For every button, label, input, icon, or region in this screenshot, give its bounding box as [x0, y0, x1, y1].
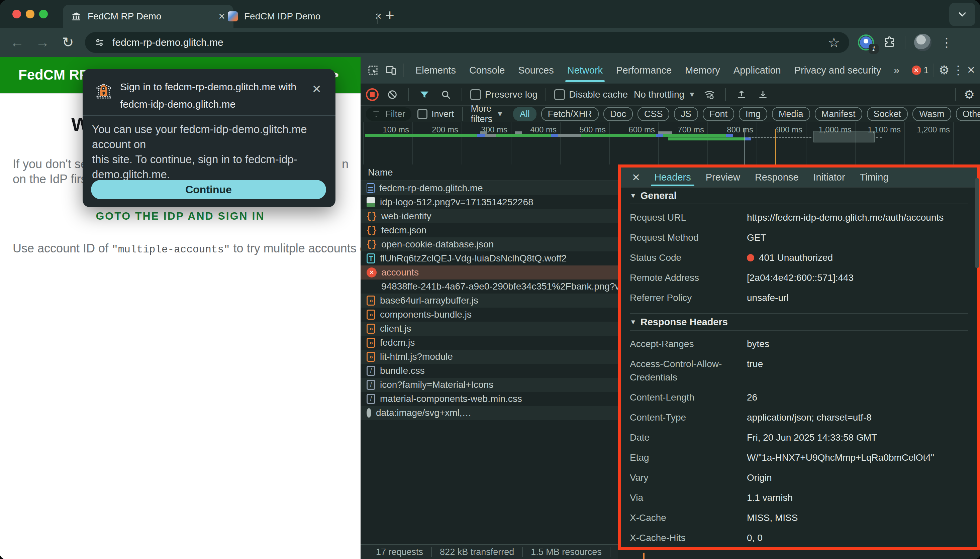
devtools-tab-privacy-and-security[interactable]: Privacy and security	[788, 57, 888, 83]
section-header-general[interactable]: ▼General	[630, 188, 968, 204]
reload-button[interactable]: ↻	[60, 35, 76, 50]
table-row-request[interactable]: fedcm-rp-demo.glitch.me	[361, 181, 618, 195]
header-value[interactable]: MISS, MISS	[747, 511, 968, 524]
profile-avatar[interactable]	[914, 34, 932, 51]
filter-chip-socket[interactable]: Socket	[867, 107, 908, 121]
devtools-tab-performance[interactable]: Performance	[609, 57, 678, 83]
name-column-header[interactable]: Name	[361, 164, 618, 181]
import-har-icon[interactable]	[734, 87, 749, 102]
new-tab-button[interactable]: +	[385, 6, 394, 24]
table-row-request[interactable]: {}fedcm.json	[361, 223, 618, 237]
browser-menu-icon[interactable]: ⋮	[940, 36, 953, 49]
extensions-puzzle-icon[interactable]	[883, 36, 896, 49]
clear-network-log-icon[interactable]	[385, 87, 400, 102]
bookmark-star-icon[interactable]: ☆	[828, 35, 840, 50]
close-window-button[interactable]	[12, 10, 21, 18]
devtools-tab-network[interactable]: Network	[561, 57, 609, 83]
search-icon[interactable]	[438, 87, 454, 102]
details-tab-initiator[interactable]: Initiator	[806, 167, 853, 187]
details-tab-response[interactable]: Response	[748, 167, 806, 187]
section-header-response-headers[interactable]: ▼Response Headers	[630, 313, 968, 331]
filter-chip-doc[interactable]: Doc	[603, 107, 633, 121]
table-row-request[interactable]: ‹›lit-html.js?module	[361, 350, 618, 364]
devtools-tab-console[interactable]: Console	[463, 57, 512, 83]
header-value[interactable]: Origin	[747, 471, 968, 485]
address-bar[interactable]: fedcm-rp-demo.glitch.me ☆	[85, 32, 849, 53]
header-value[interactable]: 0, 0	[747, 531, 968, 545]
header-value[interactable]: Fri, 20 Jun 2025 14:33:58 GMT	[747, 431, 968, 444]
network-settings-gear-icon[interactable]: ⚙	[964, 89, 975, 101]
disable-cache-checkbox[interactable]: Disable cache	[554, 89, 628, 100]
dialog-close-icon[interactable]: ✕	[312, 82, 322, 96]
filter-funnel-icon[interactable]	[417, 87, 432, 102]
filter-chip-other[interactable]: Other	[956, 107, 980, 121]
timeline-selection-band[interactable]	[813, 131, 875, 142]
table-row-request[interactable]: ‹›base64url-arraybuffer.js	[361, 294, 618, 308]
table-row-request[interactable]: ✕accounts	[361, 265, 618, 280]
error-badge[interactable]: ✕ 1	[912, 65, 929, 76]
invert-checkbox[interactable]: Invert	[417, 109, 454, 119]
devtools-tab-application[interactable]: Application	[727, 57, 788, 83]
more-tabs-chevrons[interactable]: »	[891, 65, 903, 75]
header-value[interactable]: W/"1a-HNX7+U9QhcMmp+LqRa0bmCelOt4"	[747, 451, 968, 465]
export-har-icon[interactable]	[755, 87, 771, 102]
inspect-element-icon[interactable]	[365, 63, 381, 78]
filter-input[interactable]: Filter	[366, 108, 411, 121]
devtools-close-icon[interactable]: ✕	[967, 65, 975, 75]
header-value[interactable]: application/json; charset=utf-8	[747, 411, 968, 424]
details-tab-headers[interactable]: Headers	[647, 167, 699, 187]
goto-idp-link[interactable]: GOTO THE IDP AND SIGN IN	[0, 210, 361, 222]
header-value[interactable]: 26	[747, 391, 968, 404]
fullscreen-window-button[interactable]	[39, 10, 48, 18]
filter-chip-manifest[interactable]: Manifest	[815, 107, 862, 121]
devtools-settings-gear-icon[interactable]: ⚙	[939, 64, 950, 76]
filter-chip-font[interactable]: Font	[703, 107, 734, 121]
header-value[interactable]: 401 Unauthorized	[747, 251, 968, 265]
filter-chip-all[interactable]: All	[513, 107, 536, 121]
table-row-request[interactable]: ‹›components-bundle.js	[361, 308, 618, 322]
header-value[interactable]: 1.1 varnish	[747, 491, 968, 504]
filter-chip-css[interactable]: CSS	[637, 107, 670, 121]
devtools-tab-sources[interactable]: Sources	[512, 57, 560, 83]
close-tab-icon[interactable]: ✕	[375, 12, 382, 22]
table-row-request[interactable]: TflUhRq6tzZclQEJ-Vdg-luiaDsNclhQ8tQ.woff…	[361, 251, 618, 265]
table-row-request[interactable]: ‹›fedcm.js	[361, 336, 618, 350]
header-value[interactable]: https://fedcm-idp-demo.glitch.me/auth/ac…	[747, 211, 968, 224]
filter-chip-img[interactable]: Img	[739, 107, 767, 121]
details-scrollbar[interactable]	[975, 178, 979, 268]
header-value[interactable]: unsafe-url	[747, 291, 968, 304]
table-row-request[interactable]: /bundle.css	[361, 364, 618, 378]
macos-traffic-lights[interactable]	[12, 10, 48, 18]
tab-fedcm-idp-demo[interactable]: FedCM IDP Demo ✕	[219, 5, 390, 28]
filter-chip-fetch-xhr[interactable]: Fetch/XHR	[541, 107, 599, 121]
devtools-menu-kebab-icon[interactable]: ⋮	[952, 64, 964, 76]
url-text[interactable]: fedcm-rp-demo.glitch.me	[113, 37, 223, 48]
minimize-window-button[interactable]	[26, 10, 35, 18]
continue-button[interactable]: Continue	[91, 180, 326, 199]
preserve-log-checkbox[interactable]: Preserve log	[470, 89, 538, 100]
devtools-tab-elements[interactable]: Elements	[409, 57, 463, 83]
back-button[interactable]: ←	[9, 35, 25, 50]
device-toolbar-icon[interactable]	[383, 63, 399, 78]
table-row-request[interactable]: ‹›client.js	[361, 322, 618, 336]
filter-chip-wasm[interactable]: Wasm	[912, 107, 951, 121]
network-conditions-icon[interactable]	[702, 87, 717, 102]
header-value[interactable]: [2a04:4e42:600::571]:443	[747, 271, 968, 284]
details-tab-timing[interactable]: Timing	[853, 167, 896, 187]
fedcm-account-icon[interactable]: 1	[858, 35, 874, 50]
filter-chip-media[interactable]: Media	[772, 107, 810, 121]
network-overview-timeline[interactable]: 100 ms200 ms300 ms400 ms500 ms600 ms700 …	[361, 122, 980, 165]
site-settings-icon[interactable]	[94, 37, 105, 48]
tab-fedcm-rp-demo[interactable]: FedCM RP Demo ✕	[63, 5, 233, 28]
more-filters-dropdown[interactable]: More filters▼	[471, 104, 504, 124]
close-details-icon[interactable]: ✕	[629, 172, 644, 183]
filter-chip-js[interactable]: JS	[674, 107, 698, 121]
tab-search-button[interactable]	[949, 3, 975, 26]
details-tab-preview[interactable]: Preview	[699, 167, 748, 187]
table-row-request[interactable]: idp-logo-512.png?v=1713514252268	[361, 195, 618, 209]
throttling-dropdown[interactable]: No throttling▼	[634, 89, 696, 100]
header-value[interactable]: true	[747, 357, 968, 384]
record-network-log-icon[interactable]	[366, 88, 379, 101]
header-value[interactable]: GET	[747, 231, 968, 245]
table-row-request[interactable]: {}web-identity	[361, 209, 618, 223]
